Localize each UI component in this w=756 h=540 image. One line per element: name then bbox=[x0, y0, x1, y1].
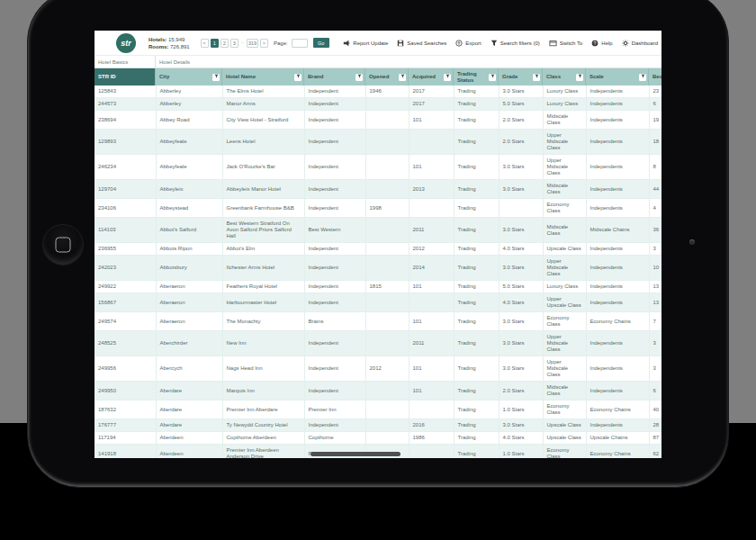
go-button[interactable]: Go bbox=[313, 38, 329, 48]
table-cell: 19 bbox=[649, 111, 662, 130]
home-button[interactable] bbox=[42, 224, 84, 266]
toolbar-item-search-filters-0-[interactable]: Search filters (0) bbox=[490, 40, 540, 47]
table-row[interactable]: 244573AbberleyManor ArmsIndependent2017T… bbox=[94, 98, 662, 111]
toolbar-item-switch-to[interactable]: Switch To bbox=[549, 40, 583, 47]
table-cell: 18 bbox=[649, 130, 662, 155]
table-row[interactable]: 117194AberdeenCopthorne AberdeenCopthorn… bbox=[94, 432, 662, 445]
table-cell: Copthorne bbox=[304, 432, 365, 445]
table-row[interactable]: 249922AberaeronFeathers Royal HotelIndep… bbox=[94, 281, 662, 293]
tab-hotel-basics[interactable]: Hotel Basics bbox=[94, 56, 156, 68]
table-cell bbox=[365, 419, 409, 432]
page-button-3[interactable]: 3 bbox=[230, 39, 238, 48]
table-cell: Independent bbox=[304, 111, 365, 130]
table-cell: 234106 bbox=[94, 199, 156, 218]
filter-icon bbox=[535, 74, 539, 80]
table-cell: 8 bbox=[649, 155, 662, 180]
table-cell: 13 bbox=[649, 293, 662, 312]
table-cell: 3.0 Stars bbox=[499, 356, 543, 382]
table-row[interactable]: 114103Abbot's SalfordBest Western Stratf… bbox=[94, 218, 662, 243]
table-cell: 156867 bbox=[94, 293, 156, 312]
toolbar-item-dashboard[interactable]: Dashboard bbox=[622, 40, 658, 47]
table-row[interactable]: 234106AbbeysteadGreenbank Farmhouse B&BI… bbox=[94, 199, 662, 218]
tab-hotel-details[interactable]: Hotel Details bbox=[156, 56, 662, 68]
column-header-label: Brand bbox=[308, 74, 323, 80]
table-cell bbox=[365, 400, 409, 419]
table-row[interactable]: 236955Abbots RiponAbbot's ElmIndependent… bbox=[94, 243, 662, 256]
table-cell: Independent bbox=[304, 199, 365, 218]
filter-button[interactable] bbox=[489, 74, 496, 81]
filter-button[interactable] bbox=[576, 74, 583, 81]
next-page-button[interactable]: > bbox=[260, 39, 268, 48]
table-cell: Independents bbox=[586, 111, 649, 130]
table-cell: Independents bbox=[586, 382, 649, 400]
page-input[interactable] bbox=[292, 39, 308, 48]
table-row[interactable]: 248525AberchirderNew InnIndependent2011T… bbox=[94, 331, 662, 356]
table-cell: 36 bbox=[649, 218, 662, 243]
table-cell: Independents bbox=[586, 180, 649, 199]
table-cell: 3.0 Stars bbox=[499, 180, 543, 199]
filter-button[interactable] bbox=[399, 74, 406, 81]
table-cell: Independents bbox=[586, 256, 649, 281]
table-cell: 249574 bbox=[94, 312, 156, 331]
table-cell: Independent bbox=[304, 130, 365, 155]
table-cell bbox=[365, 256, 409, 281]
filter-icon bbox=[578, 74, 582, 80]
toolbar-item-report-update[interactable]: Report Update bbox=[343, 40, 388, 47]
filter-button[interactable] bbox=[444, 74, 451, 81]
table-cell: 101 bbox=[409, 382, 454, 400]
filter-button[interactable] bbox=[533, 74, 540, 81]
filter-button[interactable] bbox=[212, 74, 220, 81]
table-cell: 3.0 Stars bbox=[499, 155, 543, 180]
table-row[interactable]: 176777AberdareTy Newydd Country HotelInd… bbox=[94, 419, 662, 432]
hotel-table: 125843AbberleyThe Elms HotelIndependent1… bbox=[94, 86, 662, 458]
page-button-1[interactable]: 1 bbox=[211, 39, 219, 48]
table-cell: Trading bbox=[454, 432, 499, 445]
filter-button[interactable] bbox=[294, 74, 302, 81]
table-row[interactable]: 249956AbercychNags Head InnIndependent20… bbox=[94, 356, 662, 382]
table-cell: Upscale Class bbox=[543, 432, 586, 445]
table-cell: Independents bbox=[586, 356, 649, 382]
filter-button[interactable] bbox=[639, 74, 646, 81]
page-button-319[interactable]: 319 bbox=[247, 39, 258, 48]
column-header-scale: Scale bbox=[586, 68, 649, 86]
table-cell: 6 bbox=[649, 382, 662, 400]
toolbar-item-export[interactable]: Export bbox=[455, 40, 481, 47]
table-cell bbox=[365, 111, 409, 130]
filter-icon bbox=[214, 74, 219, 80]
table-cell: Independents bbox=[586, 293, 649, 312]
table-cell: Independent bbox=[304, 281, 365, 293]
table-row[interactable]: 156867AberaeronHarbourmaster HotelIndepe… bbox=[94, 293, 662, 312]
toolbar-item-help[interactable]: ?Help bbox=[591, 40, 612, 47]
dashboard-icon bbox=[622, 40, 629, 47]
table-row[interactable]: 249574AberaeronThe MonachtyBrains101Trad… bbox=[94, 312, 662, 331]
table-cell: Independent bbox=[304, 243, 365, 256]
toolbar-item-saved-searches[interactable]: Saved Searches bbox=[397, 40, 446, 47]
horizontal-scrollbar-thumb[interactable] bbox=[310, 452, 400, 456]
table-cell: Leens Hotel bbox=[222, 130, 304, 155]
toolbar-item-label: Export bbox=[465, 40, 481, 46]
prev-page-button[interactable]: < bbox=[201, 39, 209, 48]
table-row[interactable]: 129704AbbeyleixAbbeyleix Manor HotelInde… bbox=[94, 180, 662, 199]
table-cell: 248525 bbox=[94, 331, 156, 356]
table-cell: 3.0 Stars bbox=[499, 312, 543, 331]
filter-button[interactable] bbox=[356, 74, 363, 81]
page-button-2[interactable]: 2 bbox=[220, 39, 229, 48]
table-cell: 2013 bbox=[409, 180, 454, 199]
table-cell: Aberdare bbox=[156, 419, 222, 432]
table-row[interactable]: 129893AbbeyfealeLeens HotelIndependentTr… bbox=[94, 130, 662, 155]
table-cell: 1815 bbox=[365, 281, 409, 293]
table-row[interactable]: 238694Abbey RoadCity View Hotel - Stratf… bbox=[94, 111, 662, 130]
table-row[interactable]: 125843AbberleyThe Elms HotelIndependent1… bbox=[94, 86, 662, 98]
table-row[interactable]: 187632AberdarePremier Inn AberdarePremie… bbox=[94, 400, 662, 419]
table-cell: Trading bbox=[454, 400, 499, 419]
table-cell: 101 bbox=[409, 155, 454, 180]
table-row[interactable]: 249950AberdareMarquis InnIndependent101T… bbox=[94, 382, 662, 400]
table-cell: Independent bbox=[304, 382, 365, 400]
table-cell: 246234 bbox=[94, 155, 156, 180]
table-cell: Independent bbox=[304, 419, 365, 432]
table-cell: Independent bbox=[304, 98, 365, 111]
table-row[interactable]: 246234AbbeyfealeJack O'Rourke's BarIndep… bbox=[94, 155, 662, 180]
switch-to-icon bbox=[549, 40, 557, 47]
filter-icon bbox=[296, 74, 301, 80]
table-row[interactable]: 242023AbbotsburyIlchester Arms HotelInde… bbox=[94, 256, 662, 281]
